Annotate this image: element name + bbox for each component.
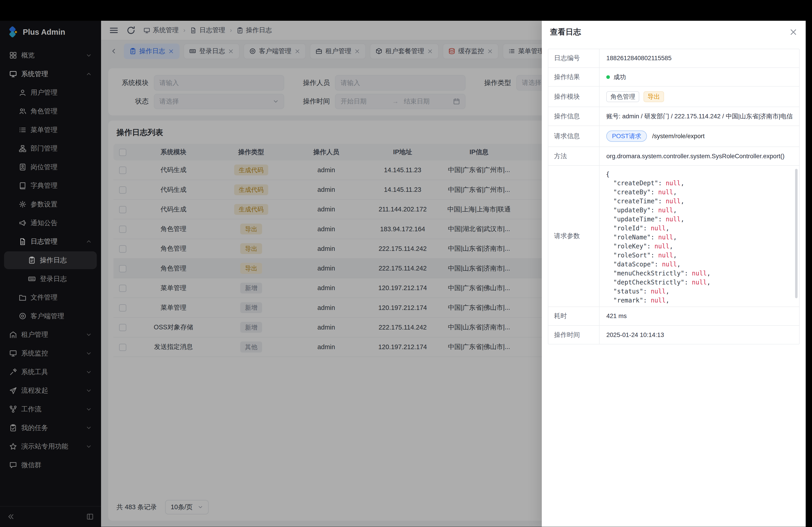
json-code-block: { "createDept": null, "createBy": null, …	[599, 166, 799, 306]
request-url: /system/role/export	[652, 133, 705, 140]
drawer-title: 查看日志	[550, 27, 581, 37]
http-method-tag: POST请求	[606, 131, 647, 142]
detail-value: 2025-01-24 10:14:13	[599, 326, 799, 344]
detail-row-method: 方法org.dromara.system.controller.system.S…	[548, 147, 799, 166]
drawer-header: 查看日志	[542, 21, 806, 44]
log-detail-drawer: 查看日志 日志编号1882612840802115585操作结果成功操作模块角色…	[542, 21, 806, 527]
detail-label: 方法	[548, 147, 599, 165]
module-tag: 导出	[643, 91, 664, 102]
detail-row-op-info: 操作信息账号: admin / 研发部门 / 222.175.114.242 /…	[548, 107, 799, 126]
success-dot	[606, 75, 610, 79]
detail-value: 421 ms	[599, 307, 799, 325]
app-window: Plus Admin 概览系统管理用户管理角色管理菜单管理部门管理岗位管理字典管…	[0, 21, 806, 527]
detail-label: 操作结果	[548, 68, 599, 86]
detail-row-log-id: 日志编号1882612840802115585	[548, 49, 799, 68]
detail-value: 1882612840802115585	[599, 49, 799, 67]
module-tag: 角色管理	[606, 91, 639, 102]
detail-label: 操作时间	[548, 326, 599, 344]
detail-value: 账号: admin / 研发部门 / 222.175.114.242 / 中国|…	[599, 107, 799, 125]
detail-label: 请求参数	[548, 166, 599, 306]
detail-row-op-time: 操作时间2025-01-24 10:14:13	[548, 326, 799, 344]
request-params-code[interactable]: { "createDept": null, "createBy": null, …	[599, 166, 799, 306]
detail-label: 操作信息	[548, 107, 599, 125]
status-text: 成功	[613, 73, 626, 81]
detail-row-request: 请求信息POST请求/system/role/export	[548, 126, 799, 147]
detail-row-result: 操作结果成功	[548, 68, 799, 87]
drawer-body: 日志编号1882612840802115585操作结果成功操作模块角色管理导出操…	[542, 44, 806, 350]
log-detail-table: 日志编号1882612840802115585操作结果成功操作模块角色管理导出操…	[548, 49, 800, 344]
detail-value: org.dromara.system.controller.system.Sys…	[599, 147, 799, 165]
scrollbar-thumb[interactable]	[795, 169, 798, 298]
detail-value: 角色管理导出	[599, 87, 799, 107]
detail-row-duration: 耗时421 ms	[548, 307, 799, 326]
detail-label: 操作模块	[548, 87, 599, 107]
drawer-close-icon[interactable]	[789, 28, 798, 36]
detail-value: 成功	[599, 68, 799, 86]
detail-label: 请求信息	[548, 126, 599, 147]
detail-row-module: 操作模块角色管理导出	[548, 87, 799, 107]
detail-row-params: 请求参数{ "createDept": null, "createBy": nu…	[548, 166, 799, 307]
screen: Plus Admin 概览系统管理用户管理角色管理菜单管理部门管理岗位管理字典管…	[0, 0, 812, 527]
detail-label: 耗时	[548, 307, 599, 325]
detail-label: 日志编号	[548, 49, 599, 67]
detail-value: POST请求/system/role/export	[599, 126, 799, 147]
